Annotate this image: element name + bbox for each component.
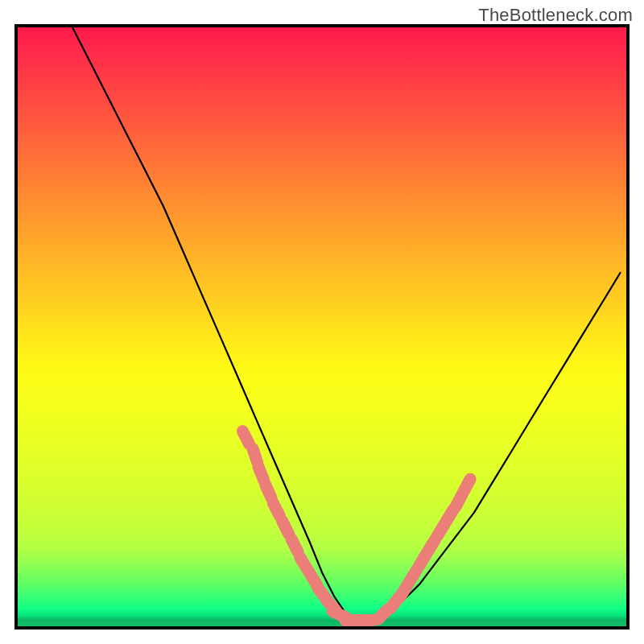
chart-marker <box>464 479 470 492</box>
chart-container: TheBottleneck.com <box>0 0 644 644</box>
chart-svg <box>18 27 626 626</box>
bottleneck-curve <box>72 27 620 621</box>
chart-marker <box>283 521 289 534</box>
chart-curve-group <box>72 27 620 621</box>
watermark-text: TheBottleneck.com <box>478 5 633 26</box>
chart-marker <box>273 503 279 516</box>
chart-marker <box>266 485 271 497</box>
chart-marker <box>291 539 298 552</box>
chart-plot-area <box>18 27 626 626</box>
chart-frame <box>14 24 630 630</box>
chart-marker <box>258 467 264 481</box>
chart-marker <box>242 431 249 444</box>
chart-marker <box>253 448 258 462</box>
chart-markers-group <box>242 431 470 621</box>
